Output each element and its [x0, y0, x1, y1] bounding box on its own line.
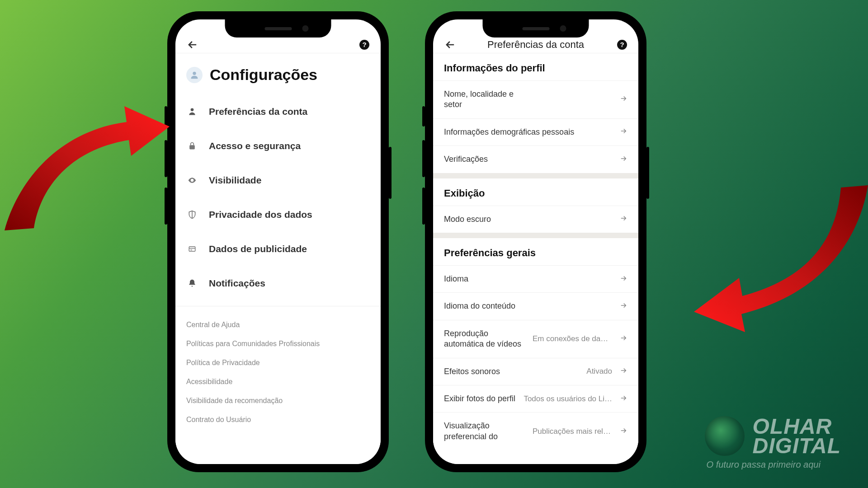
chevron-right-icon — [619, 127, 627, 137]
category-visibility[interactable]: Visibilidade — [186, 163, 370, 197]
chevron-right-icon — [619, 334, 627, 344]
row-label: Idioma — [444, 274, 468, 284]
section-general-prefs: Preferências gerais Idioma Idioma do con… — [433, 238, 638, 450]
svg-point-2 — [193, 71, 196, 75]
brand-tagline: O futuro passa primeiro aqui — [707, 460, 821, 470]
row-value: Em conexões de dados … — [533, 334, 612, 343]
chevron-right-icon — [619, 427, 627, 436]
phone-mockup-right: Preferências da conta ? Informações do p… — [425, 11, 646, 472]
chevron-right-icon — [619, 214, 627, 224]
row-show-profile-photos[interactable]: Exibir fotos do perfil Todos os usuários… — [433, 385, 638, 412]
svg-rect-4 — [189, 145, 195, 149]
back-arrow-icon[interactable] — [186, 38, 199, 51]
row-value: Ativado — [507, 367, 612, 376]
lock-icon — [186, 141, 198, 150]
svg-rect-6 — [189, 247, 195, 252]
phone-notch — [225, 19, 331, 38]
row-content-language[interactable]: Idioma do conteúdo — [433, 292, 638, 319]
category-label: Visibilidade — [209, 175, 261, 186]
brand-name: OLHAR DIGITAL — [753, 417, 841, 455]
section-title: Preferências gerais — [433, 238, 638, 265]
chevron-right-icon — [619, 366, 627, 376]
brand-logo-icon — [705, 416, 745, 456]
row-language[interactable]: Idioma — [433, 265, 638, 292]
row-preferred-view[interactable]: Visualização preferencial do Publicações… — [433, 412, 638, 450]
link-recommendation-visibility[interactable]: Visibilidade da recomendação — [186, 391, 370, 410]
row-label: Modo escuro — [444, 214, 491, 225]
row-label: Reprodução automática de vídeos — [444, 328, 525, 350]
phone-notch — [483, 19, 589, 38]
chevron-right-icon — [619, 94, 627, 104]
chevron-right-icon — [619, 301, 627, 311]
link-user-agreement[interactable]: Contrato do Usuário — [186, 410, 370, 429]
section-title: Exibição — [433, 178, 638, 206]
svg-point-5 — [191, 179, 193, 181]
row-value: Publicações mais relev… — [533, 427, 612, 436]
page-heading: Configurações — [175, 53, 381, 94]
chevron-right-icon — [619, 394, 627, 404]
category-adv-data[interactable]: Dados de publicidade — [186, 232, 370, 266]
category-label: Privacidade dos dados — [209, 209, 312, 220]
settings-content: Configurações Preferências da conta Aces… — [175, 53, 381, 464]
svg-text:?: ? — [620, 41, 624, 48]
section-profile-info: Informações do perfil Nome, localidade e… — [433, 53, 638, 173]
help-icon[interactable]: ? — [359, 39, 370, 50]
category-list: Preferências da conta Acesso e segurança… — [175, 94, 381, 300]
row-demographic-info[interactable]: Informações demográficas pessoais — [433, 118, 638, 145]
brand-name-line1: OLHAR — [753, 417, 841, 436]
card-icon — [186, 245, 198, 253]
row-verifications[interactable]: Verificações — [433, 145, 638, 173]
annotation-arrow-right — [633, 176, 868, 348]
row-label: Verificações — [444, 154, 488, 164]
avatar[interactable] — [186, 67, 203, 83]
eye-icon — [186, 176, 198, 185]
category-access-security[interactable]: Acesso e segurança — [186, 129, 370, 163]
link-privacy-policy[interactable]: Política de Privacidade — [186, 353, 370, 372]
shield-icon — [186, 210, 198, 220]
link-help-center[interactable]: Central de Ajuda — [186, 315, 370, 334]
row-label: Efeitos sonoros — [444, 366, 500, 377]
back-arrow-icon[interactable] — [444, 38, 457, 51]
page-title: Configurações — [210, 66, 317, 84]
section-title: Informações do perfil — [433, 53, 638, 80]
chevron-right-icon — [619, 274, 627, 284]
category-notifications[interactable]: Notificações — [186, 266, 370, 300]
help-icon[interactable]: ? — [617, 39, 627, 50]
link-community-policies[interactable]: Políticas para Comunidades Profissionais — [186, 334, 370, 353]
row-label: Idioma do conteúdo — [444, 301, 515, 311]
prefs-content: Informações do perfil Nome, localidade e… — [433, 53, 638, 464]
brand-watermark: OLHAR DIGITAL O futuro passa primeiro aq… — [705, 416, 841, 470]
row-label: Visualização preferencial do — [444, 421, 525, 442]
row-label: Nome, localidade e setor — [444, 89, 525, 110]
section-display: Exibição Modo escuro — [433, 178, 638, 233]
category-account-preferences[interactable]: Preferências da conta — [186, 94, 370, 129]
svg-text:?: ? — [362, 41, 366, 48]
person-icon — [186, 107, 198, 116]
link-accessibility[interactable]: Acessibilidade — [186, 372, 370, 391]
category-label: Acesso e segurança — [209, 141, 301, 151]
topbar-title: Preferências da conta — [487, 39, 584, 51]
category-label: Notificações — [209, 278, 265, 289]
footer-links: Central de Ajuda Políticas para Comunida… — [175, 306, 381, 429]
row-sound-effects[interactable]: Efeitos sonoros Ativado — [433, 358, 638, 385]
row-value: Todos os usuários do Li… — [523, 394, 612, 404]
category-label: Dados de publicidade — [209, 244, 307, 254]
chevron-right-icon — [619, 155, 627, 164]
row-label: Informações demográficas pessoais — [444, 127, 574, 137]
row-name-location[interactable]: Nome, localidade e setor — [433, 80, 638, 118]
brand-name-line2: DIGITAL — [753, 436, 841, 455]
row-autoplay-videos[interactable]: Reprodução automática de vídeos Em conex… — [433, 320, 638, 358]
phone-mockup-left: ? Configurações Preferências da conta Ac… — [167, 11, 389, 472]
bell-icon — [186, 278, 198, 288]
category-privacy[interactable]: Privacidade dos dados — [186, 197, 370, 232]
svg-point-3 — [191, 108, 194, 112]
row-label: Exibir fotos do perfil — [444, 394, 515, 404]
screen-settings: ? Configurações Preferências da conta Ac… — [175, 19, 381, 464]
annotation-arrow-left — [0, 90, 181, 239]
row-dark-mode[interactable]: Modo escuro — [433, 206, 638, 233]
category-label: Preferências da conta — [209, 106, 307, 117]
screen-account-prefs: Preferências da conta ? Informações do p… — [433, 19, 638, 464]
